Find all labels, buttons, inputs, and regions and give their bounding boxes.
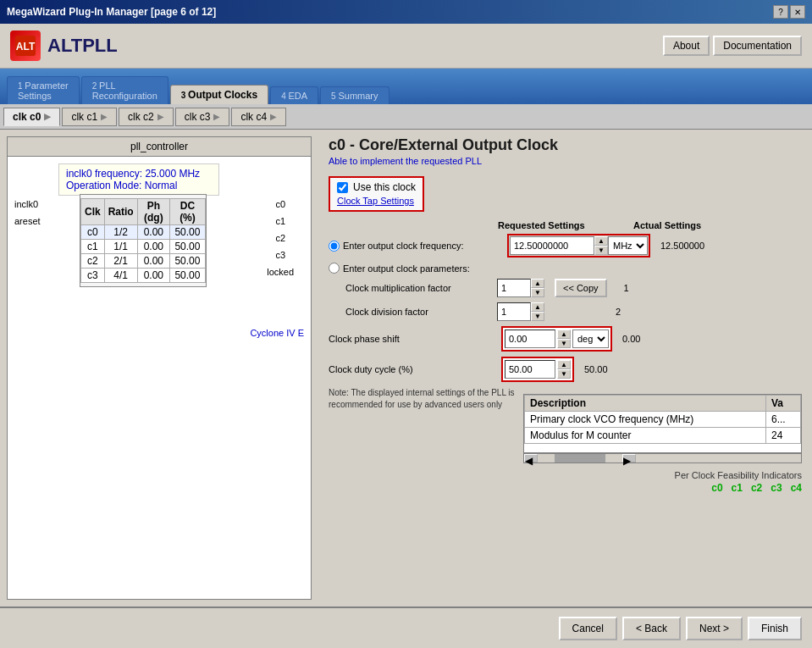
freq-info: inclk0 frequency: 25.000 MHz: [66, 168, 212, 180]
clock-tap-settings-link[interactable]: Clock Tap Settings: [337, 196, 414, 206]
freq-actual-value: 12.500000: [660, 241, 704, 251]
freq-down-btn[interactable]: ▼: [594, 246, 608, 255]
duty-value-input[interactable]: [505, 360, 555, 379]
phase-value-input[interactable]: [505, 330, 555, 348]
logo-title: ALTPLL: [47, 35, 118, 57]
documentation-button[interactable]: Documentation: [713, 36, 802, 56]
tab-parameter-settings[interactable]: 1 ParameterSettings: [7, 76, 80, 104]
info-col1-header: Description: [525, 396, 766, 412]
freq-value-input[interactable]: 12.50000000: [510, 236, 594, 255]
c1-output-label: c1: [275, 216, 285, 226]
main-content: pll_controller inclk0 frequency: 25.000 …: [0, 130, 812, 606]
close-btn[interactable]: ✕: [790, 5, 805, 19]
info-table-container: Description Va Primary clock VCO frequen…: [523, 394, 802, 453]
phase-actual-value: 0.00: [622, 334, 640, 344]
use-clock-checkbox[interactable]: [337, 182, 348, 193]
copy-button[interactable]: << Copy: [555, 279, 607, 297]
info-col2-header: Va: [766, 396, 801, 412]
logo-icon: ALT: [10, 30, 41, 61]
mult-up-btn[interactable]: ▲: [531, 279, 544, 288]
use-clock-label: Use this clock: [353, 181, 416, 193]
duty-up-btn[interactable]: ▲: [557, 360, 571, 369]
clk-tab-c4[interactable]: clk c4 ▶: [231, 108, 286, 126]
inclk0-label: inclk0: [14, 199, 38, 209]
freq-unit-select[interactable]: MHz: [608, 236, 648, 255]
device-label: Cyclone IV E: [8, 326, 311, 340]
about-button[interactable]: About: [663, 36, 710, 56]
chevron-right-icon: ▶: [157, 112, 164, 121]
left-panel-title: pll_controller: [8, 137, 311, 157]
table-row: c1 1/1 0.00 50.00: [81, 240, 206, 254]
chevron-right-icon: ▶: [213, 112, 220, 121]
div-value-input[interactable]: [497, 302, 531, 321]
duty-cycle-row: Clock duty cycle (%) ▲ ▼ 50.00: [329, 357, 802, 382]
clk-tab-c0[interactable]: clk c0 ▶: [3, 108, 60, 126]
finish-button[interactable]: Finish: [748, 617, 802, 640]
table-row: c0 1/2 0.00 50.00: [81, 225, 206, 240]
phase-up-btn[interactable]: ▲: [557, 330, 571, 339]
info-table-area: Description Va Primary clock VCO frequen…: [523, 387, 802, 463]
clk-tab-c2[interactable]: clk c2 ▶: [119, 108, 174, 126]
section-title: c0 - Core/External Output Clock: [329, 136, 802, 154]
note-area: Note: The displayed internal settings of…: [329, 387, 802, 463]
horizontal-scrollbar[interactable]: ◀ ▶: [523, 453, 802, 463]
scroll-left-btn[interactable]: ◀: [524, 454, 538, 462]
phase-label: Clock phase shift: [329, 334, 498, 344]
feasibility-c3: c3: [771, 482, 782, 494]
help-btn[interactable]: ?: [773, 5, 788, 19]
params-radio-row: Enter output clock parameters:: [329, 263, 802, 274]
div-up-btn[interactable]: ▲: [531, 302, 544, 312]
feasibility-c0: c0: [711, 482, 722, 494]
freq-radio-row: Enter output clock frequency: 12.5000000…: [329, 234, 802, 258]
clk-tab-c1[interactable]: clk c1 ▶: [62, 108, 117, 126]
freq-up-btn[interactable]: ▲: [594, 236, 608, 246]
act-settings-header: Actual Settings: [633, 220, 701, 230]
locked-output-label: locked: [267, 267, 294, 277]
next-button[interactable]: Next >: [686, 617, 743, 640]
duty-label: Clock duty cycle (%): [329, 364, 498, 374]
info-row1-desc: Primary clock VCO frequency (MHz): [525, 412, 766, 428]
div-down-btn[interactable]: ▼: [531, 312, 544, 321]
info-row-2: Modulus for M counter 24: [525, 428, 801, 444]
tab-summary[interactable]: 5 Summary: [320, 86, 389, 104]
phase-unit-select[interactable]: deg: [572, 330, 609, 348]
tab-pll-reconfiguration[interactable]: 2 PLLReconfiguration: [81, 76, 168, 104]
info-row1-val: 6...: [766, 412, 801, 428]
params-radio-button[interactable]: [329, 263, 340, 274]
scrollbar-thumb[interactable]: [555, 454, 605, 462]
clk-tab-c3[interactable]: clk c3 ▶: [175, 108, 230, 126]
div-spinner: ▲ ▼: [531, 302, 544, 321]
table-row: c2 2/1 0.00 50.00: [81, 254, 206, 269]
mult-value-input[interactable]: [497, 279, 531, 297]
duty-actual-value: 50.00: [584, 364, 608, 374]
feasibility-title: Per Clock Feasibility Indicators: [329, 470, 802, 480]
header-buttons: About Documentation: [663, 36, 802, 56]
use-clock-row: Use this clock: [337, 181, 416, 193]
mode-info: Operation Mode: Normal: [66, 180, 212, 191]
table-header-ph: Ph (dg): [137, 199, 169, 225]
areset-label: areset: [14, 216, 41, 226]
cancel-button[interactable]: Cancel: [559, 617, 617, 640]
table-header-dc: DC (%): [169, 199, 205, 225]
table-row: c3 4/1 0.00 50.00: [81, 269, 206, 283]
bottom-bar: Cancel < Back Next > Finish: [0, 606, 812, 648]
chevron-right-icon: ▶: [44, 112, 51, 121]
tab-eda[interactable]: 4 EDA: [270, 86, 318, 104]
duty-down-btn[interactable]: ▼: [557, 369, 571, 379]
feasibility-section: Per Clock Feasibility Indicators c0 c1 c…: [329, 470, 802, 494]
phase-spinner: ▲ ▼: [557, 330, 571, 348]
table-header-clk: Clk: [81, 199, 105, 225]
feasibility-c1: c1: [732, 482, 743, 494]
phase-down-btn[interactable]: ▼: [557, 339, 571, 348]
mult-label: Clock multiplication factor: [345, 283, 494, 293]
back-button[interactable]: < Back: [622, 617, 681, 640]
freq-spinner: ▲ ▼: [594, 236, 608, 255]
mult-down-btn[interactable]: ▼: [531, 288, 544, 297]
table-header-ratio: Ratio: [104, 199, 137, 225]
scroll-right-btn[interactable]: ▶: [622, 454, 636, 462]
freq-radio-button[interactable]: [329, 241, 340, 252]
info-row2-desc: Modulus for M counter: [525, 428, 766, 444]
chevron-right-icon: ▶: [101, 112, 108, 121]
tab-output-clocks[interactable]: 3 Output Clocks: [170, 85, 268, 104]
logo-area: ALT ALTPLL: [10, 30, 118, 61]
